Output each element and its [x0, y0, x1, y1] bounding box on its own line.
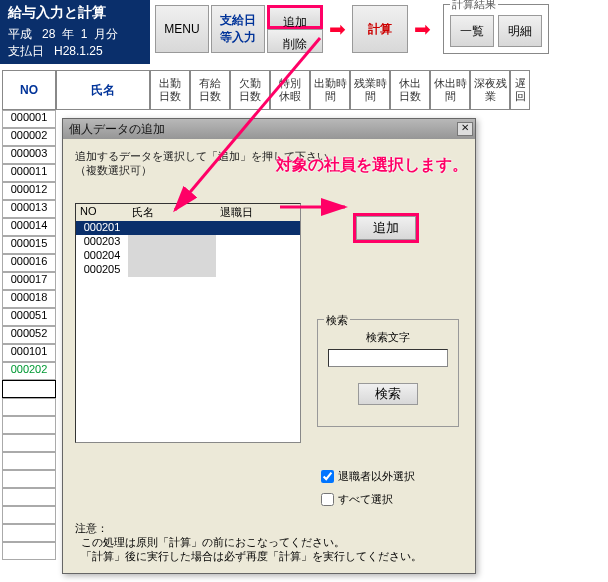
banner-pay-row: 支払日 H28.1.25	[8, 43, 142, 60]
cell-no: 000012	[2, 182, 56, 200]
title-banner: 給与入力と計算 平成 28 年 1 月分 支払日 H28.1.25	[0, 0, 150, 64]
checkbox-group: 退職者以外選択 すべて選択	[321, 469, 415, 515]
grid-header-col: 有給日数	[190, 70, 230, 110]
cell-no	[2, 506, 56, 524]
cell-no	[2, 488, 56, 506]
list-item[interactable]: 000204	[76, 249, 300, 263]
grid-header-col: 遅回	[510, 70, 530, 110]
banner-title: 給与入力と計算	[8, 4, 142, 22]
arrow-right-icon: ➡	[414, 17, 431, 41]
add-delete-stack: 追加 削除	[267, 5, 323, 53]
search-sub-label: 検索文字	[328, 330, 448, 345]
search-frame: 検索 検索文字 検索	[317, 319, 459, 427]
search-input[interactable]	[328, 349, 448, 367]
cell-no: 000016	[2, 254, 56, 272]
search-frame-label: 検索	[324, 313, 350, 328]
cell-no	[2, 524, 56, 542]
dialog-add-button[interactable]: 追加	[356, 216, 416, 240]
search-button[interactable]: 検索	[358, 383, 418, 405]
supply-date-button[interactable]: 支給日 等入力	[211, 5, 265, 53]
toolbar: MENU 支給日 等入力 追加 削除 ➡ 計算 ➡ 計算結果 一覧 明細	[155, 4, 549, 54]
result-frame: 計算結果 一覧 明細	[443, 4, 549, 54]
exclude-retired-checkbox-input[interactable]	[321, 470, 334, 483]
grid-header-col: 残業時間	[350, 70, 390, 110]
dialog-titlebar: 個人データの追加 ✕	[63, 119, 475, 139]
cell-no	[2, 542, 56, 560]
cell-no: 000002	[2, 128, 56, 146]
grid-header-name: 氏名	[56, 70, 150, 110]
dialog-title-text: 個人データの追加	[69, 121, 165, 138]
calc-button[interactable]: 計算	[352, 5, 408, 53]
result-label: 計算結果	[450, 0, 498, 12]
list-item[interactable]: 000203	[76, 235, 300, 249]
select-all-checkbox-input[interactable]	[321, 493, 334, 506]
cell-no	[2, 470, 56, 488]
cell-no	[2, 434, 56, 452]
cell-no: 000013	[2, 200, 56, 218]
selected-cell[interactable]	[2, 380, 56, 398]
list-header: NO 氏名 退職日	[76, 204, 300, 221]
cell-no	[2, 452, 56, 470]
delete-button[interactable]: 削除	[267, 29, 323, 53]
cell-no: 000202	[2, 362, 56, 380]
dialog-add-button-wrap: 追加	[353, 213, 419, 243]
grid-header-col: 休出日数	[390, 70, 430, 110]
grid-header-col: 特別休暇	[270, 70, 310, 110]
list-item[interactable]: 000201	[76, 221, 300, 235]
add-personal-data-dialog: 個人データの追加 ✕ 追加するデータを選択して「追加」を押して下さい。 （複数選…	[62, 118, 476, 574]
cell-no: 000015	[2, 236, 56, 254]
cell-no: 000017	[2, 272, 56, 290]
grid-header-row: NO 氏名 出勤日数 有給日数 欠勤日数 特別休暇 出勤時間 残業時間 休出日数…	[2, 70, 608, 110]
detail-button[interactable]: 明細	[498, 15, 542, 47]
select-all-checkbox[interactable]: すべて選択	[321, 492, 415, 507]
dialog-note: 注意： この処理は原則「計算」の前におこなってください。 「計算」後に実行した場…	[75, 521, 422, 563]
menu-button[interactable]: MENU	[155, 5, 209, 53]
grid-header-col: 休出時間	[430, 70, 470, 110]
grid-header-col: 深夜残業	[470, 70, 510, 110]
grid-header-col: 出勤時間	[310, 70, 350, 110]
cell-no	[2, 416, 56, 434]
grid-header-col: 欠勤日数	[230, 70, 270, 110]
cell-no: 000003	[2, 146, 56, 164]
add-button[interactable]: 追加	[267, 5, 323, 29]
banner-date-row: 平成 28 年 1 月分	[8, 26, 142, 43]
cell-no: 000052	[2, 326, 56, 344]
dialog-instruction: 追加するデータを選択して「追加」を押して下さい。 （複数選択可）	[75, 149, 463, 177]
exclude-retired-checkbox[interactable]: 退職者以外選択	[321, 469, 415, 484]
cell-no: 000018	[2, 290, 56, 308]
list-item[interactable]: 000205	[76, 263, 300, 277]
cell-no: 000011	[2, 164, 56, 182]
cell-no: 000001	[2, 110, 56, 128]
close-icon[interactable]: ✕	[457, 122, 473, 136]
grid-header-col: 出勤日数	[150, 70, 190, 110]
arrow-right-icon: ➡	[329, 17, 346, 41]
cell-no: 000051	[2, 308, 56, 326]
list-button[interactable]: 一覧	[450, 15, 494, 47]
grid-header-no: NO	[2, 70, 56, 110]
cell-no	[2, 398, 56, 416]
cell-no: 000014	[2, 218, 56, 236]
cell-no: 000101	[2, 344, 56, 362]
employee-listbox[interactable]: NO 氏名 退職日 000201 000203 000204 000205	[75, 203, 301, 443]
